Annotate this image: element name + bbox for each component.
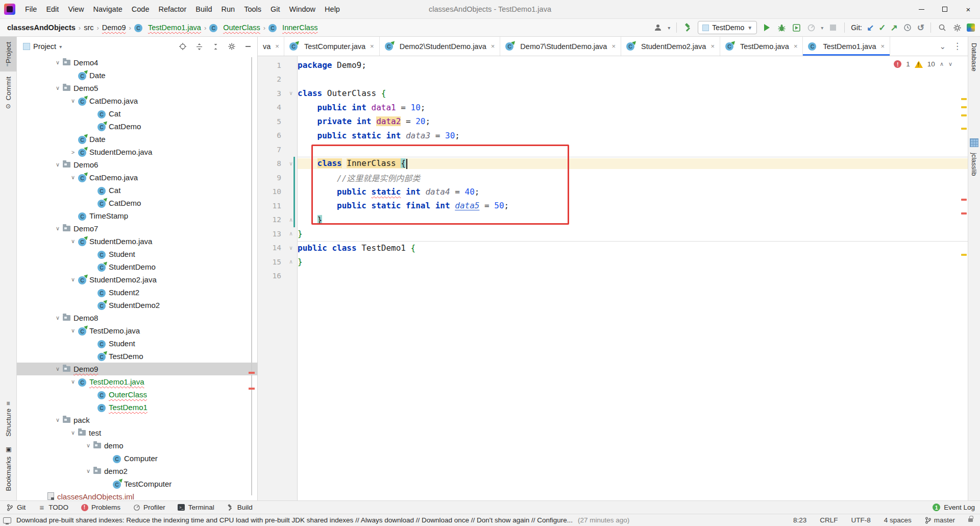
tree-item-student[interactable]: CStudent	[17, 337, 257, 350]
run-button[interactable]	[762, 22, 772, 33]
project-view-dropdown-icon[interactable]: ▾	[59, 44, 62, 50]
stripe-mark[interactable]	[961, 199, 967, 201]
tree-item-test[interactable]: ∨test	[17, 426, 257, 439]
git-commit-check-icon[interactable]: ✓	[878, 22, 886, 33]
tree-item-pack[interactable]: ∨pack	[17, 414, 257, 426]
stripe-mark[interactable]	[961, 98, 967, 100]
toolwindow-tab-profiler[interactable]: Profiler	[133, 504, 165, 511]
editor-tab-testdemo-java[interactable]: CTestDemo.java×	[720, 37, 803, 56]
editor-tab-testdemo1-java[interactable]: CTestDemo1.java×	[803, 37, 890, 56]
status-link-don-t-show-again[interactable]: Don't show again	[477, 516, 529, 524]
toolwindow-tab-structure[interactable]: Structure ≡	[0, 397, 16, 442]
breadcrumb-item[interactable]: COuterClass	[209, 23, 260, 32]
tree-item-timestamp[interactable]: CTimeStamp	[17, 209, 257, 222]
fold-marker-icon[interactable]: ∨	[284, 90, 298, 97]
git-branch-widget[interactable]: master	[925, 516, 955, 524]
tree-item-demo9[interactable]: ∨Demo9	[17, 363, 257, 375]
maximize-button[interactable]	[933, 0, 957, 18]
tree-item-demo5[interactable]: ∨Demo5	[17, 82, 257, 94]
tree-item-catdemo-java[interactable]: ∨CCatDemo.java	[17, 94, 257, 107]
profiler-dropdown-icon[interactable]: ▾	[821, 25, 823, 31]
tree-chevron-icon[interactable]: ∨	[68, 429, 78, 436]
toolwindow-tab-problems[interactable]: !Problems	[81, 504, 120, 511]
tree-item-cat[interactable]: CCat	[17, 107, 257, 120]
breadcrumb-item[interactable]: Demo9	[102, 23, 126, 32]
toolwindow-tab-terminal[interactable]: >_Terminal	[178, 504, 214, 511]
tree-item-studentdemo-java[interactable]: >CStudentDemo.java	[17, 146, 257, 158]
run-with-coverage-button[interactable]	[791, 22, 801, 33]
tree-chevron-icon[interactable]: ∨	[68, 174, 78, 181]
stripe-mark[interactable]	[961, 212, 967, 214]
stripe-mark[interactable]	[961, 254, 967, 256]
run-configuration-select[interactable]: TestDemo ▼	[698, 21, 757, 34]
close-tab-icon[interactable]: ×	[611, 42, 616, 50]
code-line-15[interactable]: 15∧}	[258, 255, 968, 269]
code-line-4[interactable]: 4 public int data1 = 10;	[258, 101, 968, 115]
code-line-7[interactable]: 7	[258, 142, 968, 157]
tree-chevron-icon[interactable]: ∨	[53, 366, 63, 372]
tree-item-catdemo[interactable]: CCatDemo	[17, 197, 257, 209]
menu-refactor[interactable]: Refactor	[154, 0, 191, 18]
menu-build[interactable]: Build	[191, 0, 216, 18]
tree-chevron-icon[interactable]: ∨	[53, 225, 63, 232]
profiler-button[interactable]	[806, 22, 816, 33]
tree-item-studentdemo[interactable]: CStudentDemo	[17, 260, 257, 273]
toolwindow-tab-bookmarks[interactable]: Bookmarks ▣	[0, 441, 16, 496]
search-icon[interactable]	[937, 22, 947, 33]
fold-marker-icon[interactable]: ∧	[284, 217, 298, 223]
fold-marker-icon[interactable]: ∧	[284, 258, 298, 265]
tree-item-demo8[interactable]: ∨Demo8	[17, 312, 257, 324]
tree-chevron-icon[interactable]: ∨	[83, 468, 93, 474]
history-clock-icon[interactable]	[902, 22, 913, 33]
tree-chevron-icon[interactable]: ∨	[53, 161, 63, 168]
fold-marker-icon[interactable]: ∨	[284, 160, 298, 167]
toolwindow-tab-commit[interactable]: ⊙ Commit	[0, 71, 16, 114]
tree-item-testcomputer[interactable]: CTestComputer	[17, 477, 257, 490]
status-link-configure---[interactable]: Configure...	[537, 516, 573, 524]
menu-window[interactable]: Window	[285, 0, 321, 18]
tree-chevron-icon[interactable]: ∨	[68, 378, 78, 385]
code-line-8[interactable]: 8∨ class InnerClass {	[258, 157, 968, 171]
select-opened-file-icon[interactable]	[178, 41, 188, 52]
indent-widget[interactable]: 4 spaces	[884, 516, 912, 524]
breadcrumb-item[interactable]: CInnerClass	[268, 23, 317, 32]
tree-item-demo7[interactable]: ∨Demo7	[17, 222, 257, 235]
hidden-tabs-icon[interactable]: ⌄	[940, 42, 946, 51]
more-options-icon[interactable]: ⋮	[953, 41, 962, 52]
tree-item-catdemo-java[interactable]: ∨CCatDemo.java	[17, 171, 257, 184]
tree-item-date[interactable]: CDate	[17, 69, 257, 82]
minimize-button[interactable]	[910, 0, 933, 18]
code-line-6[interactable]: 6 public static int data3 = 30;	[258, 129, 968, 143]
tree-item-date[interactable]: CDate	[17, 133, 257, 146]
toolwindow-tab-git[interactable]: Git	[6, 504, 26, 511]
event-log-widget[interactable]: 1Event Log	[933, 504, 975, 511]
settings-gear-icon[interactable]	[952, 22, 962, 33]
tree-chevron-icon[interactable]: ∨	[53, 315, 63, 321]
expand-all-icon[interactable]	[194, 41, 204, 52]
editor-tab-demo2-studentdemo-java[interactable]: CDemo2\StudentDemo.java×	[380, 37, 501, 56]
tree-item-computer[interactable]: CComputer	[17, 452, 257, 465]
build-hammer-icon[interactable]	[683, 22, 693, 33]
code-line-16[interactable]: 16	[258, 269, 968, 283]
tree-item-student2[interactable]: CStudent2	[17, 286, 257, 299]
encoding-widget[interactable]: UTF-8	[851, 516, 870, 524]
prev-problem-icon[interactable]: ∧	[940, 61, 944, 67]
status-link-always-download[interactable]: Always download	[361, 516, 414, 524]
tree-chevron-icon[interactable]: ∨	[68, 238, 78, 245]
close-tab-icon[interactable]: ×	[880, 42, 885, 50]
line-ending-widget[interactable]: CRLF	[820, 516, 838, 524]
tree-chevron-icon[interactable]: >	[68, 149, 78, 155]
tree-chevron-icon[interactable]: ∨	[68, 98, 78, 104]
tree-item-testdemo-java[interactable]: ∨CTestDemo.java	[17, 324, 257, 337]
tree-item-studentdemo-java[interactable]: ∨CStudentDemo.java	[17, 235, 257, 248]
tree-item-classesandobjects-iml[interactable]: classesAndObjects.iml	[17, 490, 257, 500]
editor-tab-testcomputer-java[interactable]: CTestComputer.java×	[284, 37, 380, 56]
breadcrumb-item[interactable]: CTestDemo1.java	[134, 23, 201, 32]
ide-features-icon[interactable]	[967, 23, 975, 32]
code-line-14[interactable]: 14∨public class TestDemo1 {	[258, 241, 968, 255]
menu-navigate[interactable]: Navigate	[89, 0, 127, 18]
stripe-mark[interactable]	[961, 114, 967, 116]
rollback-icon[interactable]: ↺	[917, 22, 924, 33]
toolwindow-tab-project[interactable]: Project	[0, 37, 16, 71]
code-line-12[interactable]: 12∧ }	[258, 213, 968, 227]
